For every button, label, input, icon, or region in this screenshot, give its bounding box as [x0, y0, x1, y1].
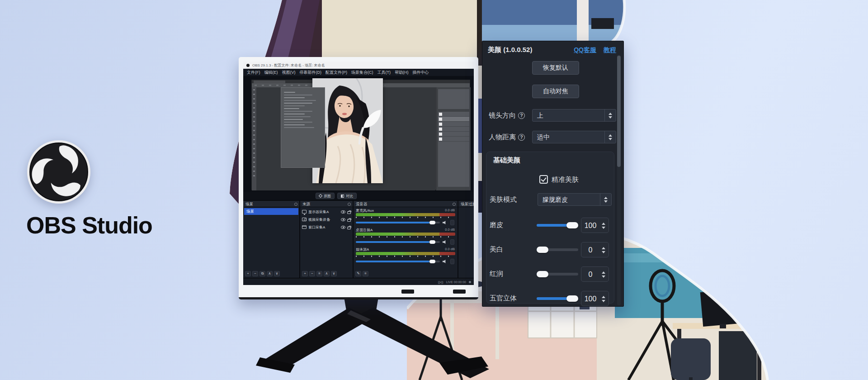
spinner-down-icon[interactable]	[602, 276, 605, 278]
speaker-icon[interactable]	[443, 221, 447, 224]
scenes-toolbar-button[interactable]: ∧	[267, 271, 273, 276]
scenes-toolbar-button[interactable]: −	[252, 271, 258, 276]
volume-meter	[356, 252, 455, 255]
source-label: 窗口采集A	[308, 225, 339, 230]
editor-layers-panel	[438, 112, 469, 187]
source-row[interactable]: 显示器采集A	[302, 208, 351, 215]
skin-mode-label: 美肤模式	[490, 195, 517, 204]
person-distance-select[interactable]: 适中	[532, 131, 616, 143]
whitening-handle[interactable]	[537, 247, 548, 253]
sources-toolbar-button[interactable]: −	[309, 271, 315, 276]
volume-slider[interactable]	[356, 220, 455, 224]
slider-handle[interactable]	[429, 260, 435, 263]
menu-item[interactable]: 工具(T)	[377, 70, 391, 76]
camera-direction-select[interactable]: 上	[532, 109, 616, 122]
facial-depth-value-spinner[interactable]: 100	[581, 291, 609, 306]
visibility-eye-icon[interactable]	[341, 226, 345, 229]
smooth-skin-value-spinner[interactable]: 100	[581, 218, 609, 233]
smooth-skin-handle[interactable]	[566, 222, 578, 228]
menu-item[interactable]: 文件(F)	[247, 70, 260, 76]
gear-icon[interactable]	[294, 203, 297, 206]
mixer-dock-title: 混音器	[354, 201, 458, 207]
smooth-skin-label: 磨皮	[490, 221, 503, 229]
sources-toolbar-button[interactable]: ∨	[331, 271, 337, 276]
source-row[interactable]: 视频采集设备	[302, 216, 351, 223]
spinner-up-icon[interactable]	[602, 223, 605, 225]
meter-ticks	[356, 217, 455, 218]
visibility-eye-icon[interactable]	[341, 218, 345, 221]
original-view-button[interactable]: 原图	[316, 193, 335, 199]
monitor-chin	[239, 286, 478, 299]
skin-mode-select[interactable]: 朦胧磨皮	[538, 193, 612, 206]
whitening-value-spinner[interactable]: 0	[581, 242, 609, 257]
basic-beauty-title: 基础美颜	[493, 156, 520, 165]
chevron-updown-icon[interactable]	[604, 131, 616, 143]
skin-mode-value: 朦胧磨皮	[542, 196, 568, 204]
person-distance-label: 人物距离	[489, 133, 516, 142]
channel-menu-button[interactable]	[450, 259, 454, 264]
obs-beauty-plugin-banner: OBS Studio OBS 29.1.3 - 配置文件: 未命名 - 场景: …	[0, 0, 868, 380]
slider-handle[interactable]	[429, 240, 435, 244]
obs-titlebar: OBS 29.1.3 - 配置文件: 未命名 - 场景: 未命名	[243, 62, 474, 69]
editor-side-panels	[436, 87, 471, 190]
menu-item[interactable]: 视图(V)	[282, 70, 296, 76]
rosy-handle[interactable]	[537, 271, 548, 277]
sources-toolbar-button[interactable]: ≡	[316, 271, 322, 276]
menu-item[interactable]: 配置文件(P)	[326, 70, 347, 76]
spinner-up-icon[interactable]	[602, 296, 605, 298]
menu-item[interactable]: 帮助(H)	[395, 70, 409, 76]
scenes-toolbar-button[interactable]: +	[245, 271, 251, 276]
spinner-up-icon[interactable]	[602, 247, 605, 249]
help-icon[interactable]: ?	[518, 134, 525, 141]
chevron-updown-icon[interactable]	[600, 194, 611, 205]
facial-depth-label: 五官立体	[490, 294, 517, 303]
volume-slider[interactable]	[356, 259, 455, 263]
button-label: 对比	[346, 194, 353, 199]
restore-defaults-button[interactable]: 恢复默认	[532, 61, 579, 75]
facial-depth-handle[interactable]	[566, 295, 578, 302]
spinner-down-icon[interactable]	[602, 251, 605, 253]
sources-toolbar-button[interactable]: +	[302, 271, 308, 276]
scenes-toolbar-button[interactable]: ⧉	[259, 271, 265, 276]
menu-item[interactable]: 停靠部件(D)	[300, 70, 322, 76]
sources-toolbar-button[interactable]: ∧	[324, 271, 330, 276]
source-row[interactable]: 窗口采集A	[302, 223, 351, 231]
spinner-down-icon[interactable]	[602, 300, 605, 302]
obs-titlebar-icon	[246, 64, 250, 67]
rosy-value-spinner[interactable]: 0	[581, 266, 609, 282]
mixer-toolbar-button[interactable]: ✎	[355, 271, 361, 276]
beauty-filter-panel: 美颜 (1.0.0.52) QQ客服 教程 恢复默认 自动对焦 镜头方向 ? 上…	[482, 41, 624, 307]
scrollbar-thumb[interactable]	[617, 56, 621, 167]
help-icon[interactable]: ?	[518, 112, 525, 119]
compare-view-button[interactable]: 对比	[337, 193, 357, 199]
speaker-icon[interactable]	[443, 260, 447, 263]
gear-icon[interactable]	[453, 203, 456, 206]
volume-slider[interactable]	[356, 239, 455, 244]
menu-item[interactable]: 插件中心	[413, 70, 429, 76]
channel-menu-button[interactable]	[450, 239, 454, 245]
channel-name: 媒体源A	[356, 247, 369, 252]
tutorial-link[interactable]: 教程	[604, 46, 616, 54]
gear-icon[interactable]	[348, 203, 351, 206]
autofocus-button[interactable]: 自动对焦	[532, 85, 579, 98]
menu-item[interactable]: 编辑(E)	[264, 70, 278, 76]
scene-list-item[interactable]: 场景	[244, 208, 298, 215]
panel-scrollbar[interactable]	[617, 55, 621, 305]
editor-swatches	[438, 89, 469, 109]
window-icon	[302, 225, 307, 229]
qq-support-link[interactable]: QQ客服	[574, 46, 596, 54]
speaker-icon[interactable]	[443, 240, 447, 244]
lock-icon[interactable]	[347, 227, 351, 229]
channel-menu-button[interactable]	[450, 220, 454, 225]
chevron-updown-icon[interactable]	[604, 109, 616, 121]
visibility-eye-icon[interactable]	[341, 210, 345, 214]
slider-handle[interactable]	[429, 221, 435, 224]
spinner-down-icon[interactable]	[602, 227, 605, 229]
precise-skin-checkbox[interactable]	[539, 175, 548, 184]
scenes-toolbar-button[interactable]: ∨	[274, 271, 280, 276]
spinner-up-icon[interactable]	[602, 271, 605, 274]
menu-item[interactable]: 场景集合(C)	[351, 70, 373, 76]
mixer-toolbar-button[interactable]: ≡	[363, 271, 368, 276]
lock-icon[interactable]	[347, 211, 351, 214]
lock-icon[interactable]	[347, 219, 351, 222]
